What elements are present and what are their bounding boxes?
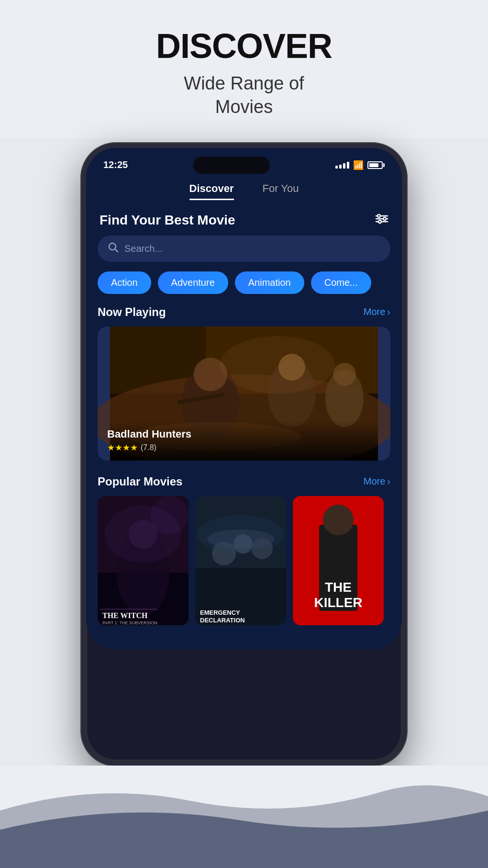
- battery-icon: [367, 161, 385, 169]
- page-header: DISCOVER Wide Range ofMovies: [0, 0, 488, 138]
- signal-icon: [335, 162, 349, 169]
- svg-text:PART 1: THE SUBVERSION: PART 1: THE SUBVERSION: [102, 620, 157, 625]
- search-placeholder: Search...: [124, 243, 163, 254]
- genre-chip-adventure[interactable]: Adventure: [158, 271, 228, 294]
- status-time: 12:25: [103, 159, 128, 170]
- bottom-spacer: [86, 640, 402, 649]
- genre-chip-action[interactable]: Action: [98, 271, 151, 294]
- svg-text:KILLER: KILLER: [314, 595, 362, 610]
- heading-text: Find Your Best Movie: [100, 213, 235, 228]
- svg-text:THE: THE: [325, 580, 352, 595]
- svg-text:DECLARATION: DECLARATION: [200, 617, 245, 624]
- bottom-wave: [0, 772, 488, 868]
- now-playing-card[interactable]: Badland Hunters ★★★★ (7.8): [98, 327, 390, 461]
- svg-point-40: [198, 515, 284, 553]
- phone-shell: 12:25 📶: [81, 143, 407, 766]
- popular-movies-title: Popular Movies: [98, 475, 182, 488]
- phone-mockup: 12:25 📶: [81, 143, 407, 766]
- tab-for-you[interactable]: For You: [263, 182, 299, 200]
- rating-value: (7.8): [141, 443, 156, 452]
- svg-point-3: [377, 214, 380, 217]
- nav-tabs: Discover For You: [86, 178, 402, 203]
- chevron-right-icon-2: ›: [387, 476, 390, 487]
- page-bottom: [0, 766, 488, 868]
- svg-rect-30: [100, 609, 157, 610]
- status-bar: 12:25 📶: [86, 148, 402, 178]
- filter-icon[interactable]: [375, 213, 388, 227]
- svg-text:EMERGENCY: EMERGENCY: [200, 609, 240, 616]
- status-icons: 📶: [335, 160, 385, 170]
- movie-rating: ★★★★ (7.8): [107, 442, 191, 453]
- now-playing-header: Now Playing More ›: [86, 305, 402, 327]
- chevron-right-icon: ›: [387, 306, 390, 317]
- svg-text:THE WITCH: THE WITCH: [102, 611, 148, 620]
- dynamic-island: [193, 157, 270, 174]
- now-playing-title: Now Playing: [98, 305, 166, 319]
- page-heading: Find Your Best Movie: [86, 203, 402, 236]
- genre-chip-animation[interactable]: Animation: [235, 271, 304, 294]
- svg-point-5: [378, 220, 381, 223]
- svg-point-46: [323, 505, 354, 535]
- stars-icon: ★★★★: [107, 442, 138, 453]
- page-title: DISCOVER: [10, 29, 478, 63]
- search-icon: [108, 242, 119, 255]
- now-playing-more[interactable]: More ›: [364, 306, 390, 317]
- popular-movies-more[interactable]: More ›: [364, 476, 390, 487]
- wifi-icon: 📶: [353, 160, 364, 170]
- search-bar[interactable]: Search...: [98, 236, 390, 262]
- genre-chip-comedy[interactable]: Come...: [311, 271, 371, 294]
- page-subtitle: Wide Range ofMovies: [10, 72, 478, 119]
- popular-movies-grid: THE WITCH PART 1: THE SUBVERSION: [86, 496, 402, 640]
- svg-line-7: [115, 249, 118, 252]
- popular-movies-header: Popular Movies More ›: [86, 475, 402, 496]
- movie-title: Badland Hunters: [107, 428, 191, 440]
- movie-card-killer[interactable]: THE KILLER: [293, 496, 384, 625]
- movie-card-witch[interactable]: THE WITCH PART 1: THE SUBVERSION: [98, 496, 189, 625]
- movie-info: Badland Hunters ★★★★ (7.8): [107, 428, 191, 453]
- phone-screen: 12:25 📶: [86, 148, 402, 649]
- movie-card-emergency[interactable]: EMERGENCY DECLARATION: [195, 496, 286, 625]
- svg-point-29: [150, 496, 189, 534]
- svg-point-4: [383, 217, 386, 220]
- tab-discover[interactable]: Discover: [189, 182, 234, 200]
- genre-chips: Action Adventure Animation Come...: [86, 271, 402, 305]
